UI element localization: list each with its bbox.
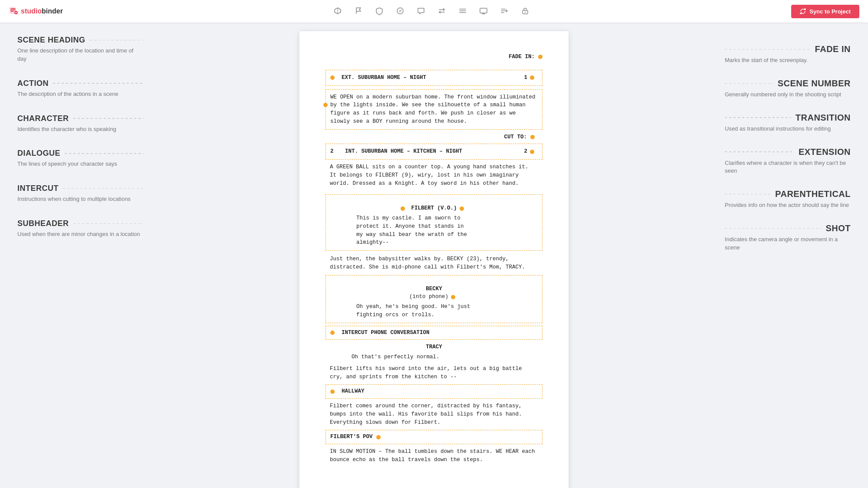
scene2-num-right: 2 (524, 147, 538, 156)
dialogue-title: DIALOGUE (17, 149, 143, 158)
main-layout: SCENE HEADING One line description of th… (0, 23, 868, 488)
action2: A GREEN BALL sits on a counter top. A yo… (326, 163, 542, 187)
logo-icon (9, 6, 18, 17)
dialogue2: Oh yeah, he's being good. He's just figh… (356, 303, 512, 319)
fade-in-text: FADE IN: (509, 53, 535, 61)
subheader-title: SUBHEADER (17, 219, 143, 228)
shot-text: FILBERT'S POV (330, 433, 373, 441)
dialogue2-text: Oh yeah, he's being good. He's just figh… (356, 303, 512, 319)
scene2-dot-right (530, 150, 534, 154)
scene-number-right-title: SCENE NUMBER (725, 79, 851, 88)
action-desc: The description of the actions in a scen… (17, 90, 143, 98)
header: studiobinder (0, 0, 868, 23)
right-item-transition: TRANSITION Used as transitional instruct… (725, 113, 851, 133)
sidebar-item-subheader: SUBHEADER Used when there are minor chan… (17, 219, 143, 239)
character-desc: Identifies the character who is speaking (17, 125, 143, 134)
paren1-dot (451, 295, 455, 299)
character3: TRACY (326, 343, 542, 351)
sort-icon[interactable] (500, 7, 509, 16)
parenthetical1-text: (into phone) (409, 293, 448, 301)
dialogue3: Oh that's perfectly normal. (352, 353, 516, 361)
shot-line: FILBERT'S POV (330, 433, 538, 441)
intercut-text: INTERCUT PHONE CONVERSATION (342, 329, 430, 337)
circle-icon[interactable] (396, 7, 404, 16)
scene-heading-desc: One line description of the location and… (17, 47, 143, 63)
dialogue1: This is my castle. I am sworn to protect… (356, 214, 512, 247)
subheader-desc: Used when there are minor changes in a l… (17, 230, 143, 239)
scene1-dot-right (530, 75, 534, 80)
logo-text: studiobinder (21, 7, 63, 15)
char1-dot-left (401, 206, 405, 211)
screenplay-page: FADE IN: EXT. SUBURBAN HOME – NIGHT 1 (299, 31, 569, 488)
right-item-scene-number: SCENE NUMBER Generally numbered only in … (725, 79, 851, 99)
list-icon[interactable] (458, 7, 467, 16)
action3: Just then, the babysitter walks by. BECK… (326, 255, 542, 272)
scene2-heading-line: 2 INT. SUBURBAN HOME – KITCHEN – NIGHT 2 (330, 147, 538, 156)
scene-number-right-desc: Generally numbered only in the shooting … (725, 91, 851, 99)
fade-in-right-title: FADE IN (725, 44, 851, 54)
intercut-desc: Instructions when cutting to multiple lo… (17, 195, 143, 203)
right-item-parenthetical: PARENTHETICAL Provides info on how the a… (725, 189, 851, 210)
parenthetical-right-title: PARENTHETICAL (725, 189, 851, 199)
subheader-line: HALLWAY (330, 387, 538, 396)
sync-button[interactable]: Sync to Project (791, 5, 859, 18)
svg-rect-8 (480, 8, 487, 13)
fade-in-right-desc: Marks the start of the screenplay. (725, 56, 851, 65)
right-item-fade-in: FADE IN Marks the start of the screenpla… (725, 44, 851, 65)
right-item-shot: SHOT Indicates the camera angle or movem… (725, 223, 851, 252)
character1-text: FILBERT (V.O.) (411, 204, 457, 213)
subheader-text: HALLWAY (342, 387, 365, 396)
scene1-heading-line: EXT. SUBURBAN HOME – NIGHT 1 (330, 74, 538, 82)
screen-icon[interactable] (479, 7, 488, 16)
lock-icon[interactable] (521, 7, 529, 16)
extension-right-title: EXTENSION (725, 147, 851, 157)
fade-in-line: FADE IN: (326, 53, 542, 61)
transition-right-desc: Used as transitional instructions for ed… (725, 125, 851, 133)
flag-icon[interactable] (354, 7, 363, 16)
extension-right-desc: Clarifies where a character is when they… (725, 159, 851, 176)
shot-right-desc: Indicates the camera angle or movement i… (725, 236, 851, 252)
scene2-num-left: 2 (330, 147, 337, 156)
transition-text: CUT TO: (504, 133, 527, 141)
right-item-extension: EXTENSION Clarifies where a character is… (725, 147, 851, 176)
scene1-num-right: 1 (524, 74, 538, 82)
logo: studiobinder (9, 6, 63, 17)
dialogue-desc: The lines of speech your character says (17, 160, 143, 168)
sidebar-item-intercut: INTERCUT Instructions when cutting to mu… (17, 184, 143, 203)
scene1-dot-left (330, 75, 335, 80)
scene2-heading-text: INT. SUBURBAN HOME – KITCHEN – NIGHT (345, 147, 462, 156)
scene-heading-title: SCENE HEADING (17, 36, 143, 45)
toolbar (80, 7, 783, 16)
shield-icon[interactable] (375, 7, 384, 16)
scene2-left: 2 INT. SUBURBAN HOME – KITCHEN – NIGHT (330, 147, 462, 156)
character-title: CHARACTER (17, 114, 143, 123)
action1-text: WE OPEN on a modern suburban home. The f… (330, 93, 538, 126)
transition-right-title: TRANSITION (725, 113, 851, 123)
action3-text: Just then, the babysitter walks by. BECK… (330, 255, 538, 272)
scene1-heading-text: EXT. SUBURBAN HOME – NIGHT (342, 74, 426, 82)
screenplay-area: FADE IN: EXT. SUBURBAN HOME – NIGHT 1 (156, 23, 712, 488)
scene1-left: EXT. SUBURBAN HOME – NIGHT (330, 74, 426, 82)
sidebar-item-scene-heading: SCENE HEADING One line description of th… (17, 36, 143, 63)
action2-text: A GREEN BALL sits on a counter top. A yo… (330, 163, 538, 187)
action6: IN SLOW MOTION – The ball tumbles down t… (326, 448, 542, 464)
parenthetical1: (into phone) (330, 293, 538, 301)
sidebar-item-character: CHARACTER Identifies the character who i… (17, 114, 143, 134)
sidebar-item-dialogue: DIALOGUE The lines of speech your charac… (17, 149, 143, 168)
action5: Filbert comes around the corner, distrac… (326, 402, 542, 426)
sync-label: Sync to Project (809, 8, 851, 15)
dialogue3-text: Oh that's perfectly normal. (352, 353, 516, 361)
transition-line: CUT TO: (330, 133, 538, 141)
chat-icon[interactable] (417, 7, 425, 16)
dialogue1-text: This is my castle. I am sworn to protect… (356, 214, 512, 247)
left-sidebar: SCENE HEADING One line description of th… (0, 23, 156, 488)
shot-dot (376, 435, 381, 439)
repeat-icon[interactable] (437, 7, 446, 16)
intercut-line: INTERCUT PHONE CONVERSATION (330, 329, 538, 337)
scene-icon[interactable] (333, 7, 342, 16)
action1: WE OPEN on a modern suburban home. The f… (330, 93, 538, 126)
character2: BECKY (330, 285, 538, 293)
parenthetical-right-desc: Provides info on how the actor should sa… (725, 201, 851, 210)
transition-dot (530, 135, 535, 139)
action4: Filbert lifts his sword into the air, le… (326, 365, 542, 381)
